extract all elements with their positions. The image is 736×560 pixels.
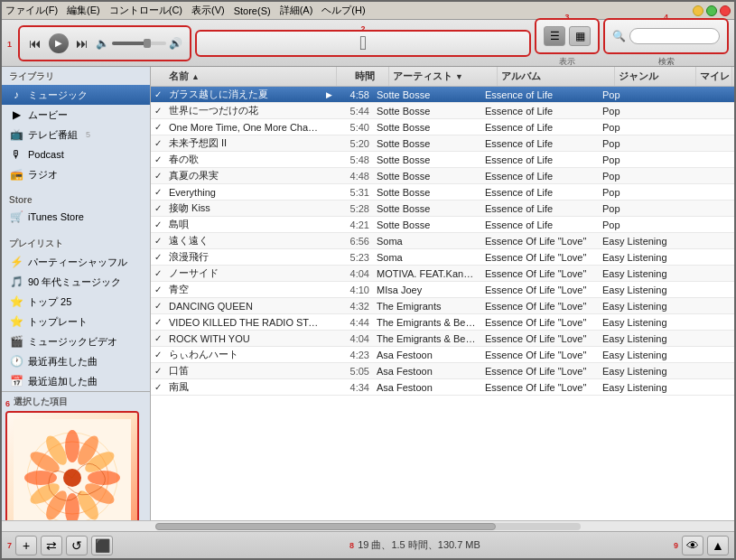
track-check[interactable]: ✓ <box>151 252 165 262</box>
track-time: 4:23 <box>335 350 373 360</box>
mile-col-header[interactable]: マイレ <box>696 67 732 86</box>
genre-col-header[interactable]: ジャンル <box>615 67 696 86</box>
podcast-icon: 🎙 <box>9 147 23 162</box>
track-check[interactable]: ✓ <box>151 122 165 132</box>
track-check[interactable]: ✓ <box>151 333 165 343</box>
track-album: Essence Of Life "Love" <box>481 350 599 360</box>
menubar: ファイル(F) 編集(E) コントロール(C) 表示(V) Store(S) 詳… <box>2 2 734 20</box>
table-row[interactable]: ✓ 遠く遠く 6:56 Soma Essence Of Life "Love" … <box>151 233 734 249</box>
table-row[interactable]: ✓ 世界に一つだけの花 5:44 Sotte Bosse Essence of … <box>151 103 734 119</box>
sidebar-item-top25[interactable]: ⭐ トップ 25 <box>2 292 150 312</box>
track-name: ROCK WITH YOU <box>165 333 322 344</box>
track-check[interactable]: ✓ <box>151 285 165 294</box>
table-row[interactable]: ✓ 浪漫飛行 5:23 Soma Essence Of Life "Love" … <box>151 249 734 266</box>
sidebar-item-recently-played[interactable]: 🕐 最近再生した曲 <box>2 351 150 371</box>
table-row[interactable]: ✓ 南風 4:34 Asa Festoon Essence Of Life "L… <box>151 379 734 396</box>
track-check[interactable]: ✓ <box>151 382 165 392</box>
track-check[interactable]: ✓ <box>151 219 165 229</box>
track-check[interactable]: ✓ <box>151 317 165 327</box>
name-col-header[interactable]: 名前 ▲ <box>165 67 337 86</box>
volume-slider[interactable] <box>112 42 166 45</box>
table-row[interactable]: ✓ ガラス越しに消えた夏 ▶ 4:58 Sotte Bosse Essence … <box>151 87 734 103</box>
table-row[interactable]: ✓ 島唄 4:21 Sotte Bosse Essence of Life Po… <box>151 217 734 233</box>
sidebar-item-itunes-store[interactable]: 🛒 iTunes Store <box>2 207 150 227</box>
scrollbar-thumb[interactable] <box>155 523 496 530</box>
horizontal-scrollbar[interactable] <box>2 520 734 531</box>
track-check[interactable]: ✓ <box>151 350 165 359</box>
track-check[interactable]: ✓ <box>151 301 165 311</box>
menu-details[interactable]: 詳細(A) <box>280 4 313 17</box>
track-check[interactable]: ✓ <box>151 236 165 246</box>
track-check[interactable]: ✓ <box>151 106 165 116</box>
burn-button[interactable]: ⬛ <box>91 536 113 555</box>
artist-col-header[interactable]: アーティスト ▼ <box>389 67 498 86</box>
table-row[interactable]: ✓ VIDEO KILLED THE RADIO STAR 4:44 The E… <box>151 314 734 331</box>
sidebar-item-90s[interactable]: 🎵 90 年代ミュージック <box>2 272 150 292</box>
menu-help[interactable]: ヘルプ(H) <box>321 4 365 17</box>
track-check[interactable]: ✓ <box>151 203 165 213</box>
track-genre: Easy Listening <box>599 285 680 295</box>
maximize-button[interactable] <box>706 5 717 16</box>
table-row[interactable]: ✓ 真夏の果実 4:48 Sotte Bosse Essence of Life… <box>151 168 734 184</box>
next-button[interactable]: ⏭ <box>74 34 90 52</box>
track-check[interactable]: ✓ <box>151 154 165 164</box>
table-row[interactable]: ✓ ノーサイド 4:04 MOTIVA. FEAT.Kana ... Essen… <box>151 266 734 282</box>
prev-button[interactable]: ⏮ <box>27 34 43 52</box>
table-row[interactable]: ✓ DANCING QUEEN 4:32 The Emigrants Essen… <box>151 298 734 314</box>
track-check[interactable]: ✓ <box>151 138 165 148</box>
track-album: Essence Of Life "Love" <box>481 317 599 328</box>
movie-icon: ▶ <box>9 107 23 122</box>
track-check[interactable]: ✓ <box>151 171 165 181</box>
menu-view[interactable]: 表示(V) <box>191 4 225 17</box>
badge-2: 2 <box>360 24 365 33</box>
main-area: ライブラリ ♪ ミュージック ▶ ムービー 📺 テレビ番組 5 🎙 Podcas… <box>2 67 734 520</box>
track-check[interactable]: ✓ <box>151 89 165 99</box>
track-name: DANCING QUEEN <box>165 301 322 312</box>
sidebar-item-toprate[interactable]: ⭐ トップレート <box>2 312 150 331</box>
sidebar-recent-add-label: 最近追加した曲 <box>28 375 98 388</box>
play-button[interactable]: ▶ <box>49 33 69 53</box>
search-input[interactable] <box>629 28 720 44</box>
add-button[interactable]: + <box>15 536 37 555</box>
grid-view-button[interactable]: ▦ <box>569 26 591 46</box>
repeat-button[interactable]: ↺ <box>66 536 88 555</box>
sidebar-item-music[interactable]: ♪ ミュージック <box>2 85 150 105</box>
close-button[interactable] <box>720 5 731 16</box>
track-check[interactable]: ✓ <box>151 268 165 278</box>
music-video-icon: 🎬 <box>9 334 23 349</box>
eject-button[interactable]: ▲ <box>707 536 729 555</box>
sidebar-item-party-shuffle[interactable]: ⚡ パーティーシャッフル <box>2 252 150 272</box>
sidebar-item-tv[interactable]: 📺 テレビ番組 5 <box>2 125 150 145</box>
table-row[interactable]: ✓ One More Time, One More Chance 5:40 So… <box>151 119 734 135</box>
sidebar-item-music-video[interactable]: 🎬 ミュージックビデオ <box>2 331 150 351</box>
sidebar-item-movies[interactable]: ▶ ムービー <box>2 105 150 125</box>
table-row[interactable]: ✓ 口笛 5:05 Asa Festoon Essence Of Life "L… <box>151 363 734 379</box>
table-row[interactable]: ✓ ROCK WITH YOU 4:04 The Emigrants & Be … <box>151 331 734 347</box>
sort-arrow: ▲ <box>191 72 200 81</box>
table-row[interactable]: ✓ 接吻 Kiss 5:28 Sotte Bosse Essence of Li… <box>151 201 734 217</box>
list-view-button[interactable]: ☰ <box>544 26 565 46</box>
track-check[interactable]: ✓ <box>151 366 165 376</box>
track-check[interactable]: ✓ <box>151 187 165 197</box>
track-name: 南風 <box>165 380 322 394</box>
sidebar-item-podcast[interactable]: 🎙 Podcast <box>2 145 150 164</box>
sidebar-item-recently-added[interactable]: 📅 最近追加した曲 <box>2 371 150 391</box>
menu-edit[interactable]: 編集(E) <box>67 4 100 17</box>
table-row[interactable]: ✓ らぃわんハート 4:23 Asa Festoon Essence Of Li… <box>151 347 734 363</box>
shuffle-button[interactable]: ⇄ <box>41 536 62 555</box>
time-col-header[interactable]: 時間 <box>351 67 389 86</box>
svg-point-12 <box>24 471 57 485</box>
menu-control[interactable]: コントロール(C) <box>109 4 182 17</box>
minimize-button[interactable] <box>693 5 703 16</box>
menu-file[interactable]: ファイル(F) <box>5 4 58 17</box>
sidebar-radio-label: ラジオ <box>28 168 58 182</box>
album-col-header[interactable]: アルバム <box>498 67 615 86</box>
tracklist-body[interactable]: ✓ ガラス越しに消えた夏 ▶ 4:58 Sotte Bosse Essence … <box>151 87 734 520</box>
sidebar-item-radio[interactable]: 📻 ラジオ <box>2 164 150 184</box>
artwork-button[interactable]: 👁 <box>682 536 703 555</box>
table-row[interactable]: ✓ 未来予想図 II 5:20 Sotte Bosse Essence of L… <box>151 135 734 152</box>
menu-store[interactable]: Store(S) <box>234 5 271 16</box>
table-row[interactable]: ✓ 春の歌 5:48 Sotte Bosse Essence of Life P… <box>151 152 734 168</box>
table-row[interactable]: ✓ 青空 4:10 MIsa Joey Essence Of Life "Lov… <box>151 282 734 298</box>
table-row[interactable]: ✓ Everything 5:31 Sotte Bosse Essence of… <box>151 184 734 201</box>
